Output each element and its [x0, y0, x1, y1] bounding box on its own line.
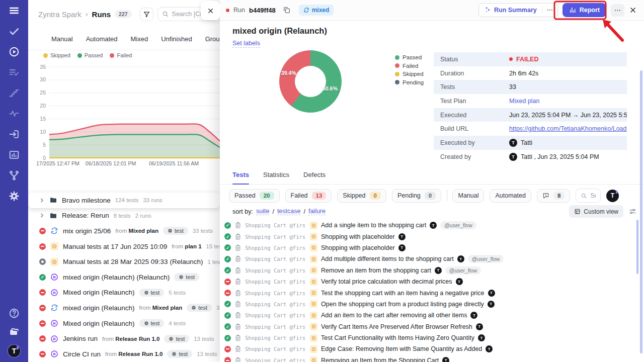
- custom-view-button[interactable]: Custom view: [569, 205, 623, 218]
- run-row[interactable]: Manual tests at 17 Jun 2025 10:09 from p…: [28, 239, 220, 254]
- testcase-icon: [234, 357, 242, 362]
- run-source: from Mixed plan: [115, 228, 158, 234]
- tab-statistics[interactable]: Statistics: [263, 171, 289, 184]
- run-group-row[interactable]: Bravo milestone 124 tests33 runs: [28, 193, 220, 208]
- assignee-avatar[interactable]: T: [606, 190, 619, 202]
- tab-tests[interactable]: Tests: [232, 171, 249, 184]
- test-row[interactable]: Shopping Cart @firs... Add a single item…: [220, 220, 644, 231]
- filter-automated-button[interactable]: Automated: [490, 189, 531, 203]
- sidebar-item-play-circle[interactable]: [8, 45, 21, 58]
- breadcrumb-section[interactable]: Runs: [92, 10, 111, 19]
- run-summary-button[interactable]: Run Summary: [478, 3, 558, 17]
- runs-tab-automated[interactable]: Automated: [86, 35, 118, 43]
- test-title: Add multiple different items to the shop…: [321, 255, 454, 262]
- drawer-scrollbar[interactable]: [640, 70, 642, 353]
- sidebar-item-report-box[interactable]: [8, 148, 21, 161]
- test-plan-link[interactable]: Mixed plan: [509, 98, 539, 105]
- status-failed-icon: [39, 289, 46, 296]
- svg-text:20: 20: [40, 103, 46, 109]
- test-row[interactable]: Shopping Cart @firs... Test the shopping…: [220, 287, 644, 298]
- test-row[interactable]: Shopping Cart @firs... Open the shopping…: [220, 299, 644, 310]
- chevron-right-icon[interactable]: [39, 198, 45, 203]
- test-row[interactable]: Shopping Cart @firs... Shopping with pla…: [220, 231, 644, 242]
- test-row[interactable]: Shopping Cart @firs... Removing an Item …: [220, 355, 644, 362]
- test-row[interactable]: Shopping Cart @firs... Remove an item fr…: [220, 265, 644, 276]
- sidebar-item-branch[interactable]: [8, 169, 21, 182]
- more-actions-button[interactable]: [611, 4, 624, 17]
- sidebar-item-folders[interactable]: [8, 325, 21, 338]
- sort-by-suite-link[interactable]: suite: [256, 208, 269, 215]
- run-row[interactable]: R Circle CI run from Release Run 1.0 tes…: [28, 346, 220, 362]
- report-button[interactable]: Report: [562, 3, 606, 17]
- sidebar-item-gear[interactable]: [8, 190, 21, 203]
- tests-search-box[interactable]: [576, 189, 601, 203]
- comments-filter-button[interactable]: 8: [537, 189, 570, 203]
- sidebar-item-steps[interactable]: [8, 86, 21, 100]
- run-group-name: Bravo milestone: [62, 197, 111, 204]
- tests-search-input[interactable]: [590, 192, 596, 199]
- sidebar-item-check[interactable]: [8, 25, 21, 38]
- filter-manual-button[interactable]: Manual: [452, 189, 484, 203]
- filter-pending-button[interactable]: Pending0: [392, 189, 441, 203]
- run-meta: 124 tests: [115, 197, 139, 203]
- test-row[interactable]: Shopping Cart @firs... Verify total pric…: [220, 276, 644, 287]
- run-summary-more-button[interactable]: [542, 7, 557, 14]
- run-row[interactable]: R Jenkins run from Release Run 1.0 test …: [28, 331, 220, 346]
- status-passed-icon: [224, 301, 231, 307]
- user-avatar[interactable]: T: [7, 344, 21, 358]
- sidebar-item-sign-in[interactable]: [8, 128, 21, 141]
- sort-by-failure-link[interactable]: failure: [308, 208, 326, 215]
- build-url-link[interactable]: https://github.com/TetianaKhomenko/Load-…: [509, 125, 627, 132]
- test-row[interactable]: Shopping Cart @firs... Edge Case: Removi…: [220, 343, 644, 354]
- sparkles-icon: [484, 7, 491, 14]
- sidebar-item-menu[interactable]: [8, 4, 21, 17]
- test-suite: Shopping Cart @firs...: [245, 346, 306, 352]
- drawer-close-button[interactable]: [629, 6, 637, 14]
- run-group-row[interactable]: Release: Rerun 8 tests2 runs: [28, 208, 220, 224]
- filter-skipped-button[interactable]: Skipped0: [337, 189, 386, 203]
- cycle-icon: [303, 7, 309, 13]
- status-aborted-icon: [39, 258, 46, 265]
- run-row[interactable]: R Mixed origin (Relaunch) test 5 tests: [28, 285, 220, 301]
- sliders-icon[interactable]: [628, 207, 637, 216]
- donut-passed-label: 60.6%: [323, 85, 338, 92]
- tests-scrollbar[interactable]: [636, 220, 638, 274]
- status-passed-icon: [224, 233, 231, 240]
- drawer-close-tab-button[interactable]: [201, 1, 220, 20]
- testcase-icon: [234, 267, 242, 274]
- breadcrumb-separator: ›: [86, 10, 88, 18]
- sort-by-testcase-link[interactable]: testcase: [277, 208, 301, 215]
- copy-icon[interactable]: [283, 6, 291, 14]
- filter-funnel-button[interactable]: [140, 8, 153, 21]
- sidebar-item-help-circle[interactable]: [8, 307, 21, 320]
- breadcrumb-project[interactable]: Zyntra Spark: [38, 10, 82, 19]
- test-row[interactable]: Shopping Cart @firs... Shopping with pla…: [220, 242, 644, 253]
- testcase-icon: [234, 301, 242, 308]
- app-sidebar: T: [0, 0, 28, 362]
- run-row[interactable]: R mixed origin (Relaunch) (Relaunch) tes…: [28, 269, 220, 285]
- tab-defects[interactable]: Defects: [303, 171, 326, 184]
- run-row[interactable]: Manual tests at 28 Mar 2025 09:33 (Relau…: [28, 254, 220, 269]
- svg-text:0: 0: [43, 155, 46, 161]
- test-row[interactable]: Shopping Cart @firs... Add an item to th…: [220, 310, 644, 321]
- set-labels-link[interactable]: Set labels: [232, 40, 260, 48]
- run-row[interactable]: mix origin 25/06 from Mixed plan test 33…: [28, 223, 220, 239]
- sidebar-item-activity[interactable]: [8, 107, 21, 120]
- filter-failed-button[interactable]: Failed13: [285, 189, 332, 203]
- avatar: T: [442, 357, 449, 362]
- filter-passed-button[interactable]: Passed20: [229, 189, 280, 203]
- sidebar-item-list-check[interactable]: [8, 66, 21, 79]
- runs-tab-unfinished[interactable]: Unfinished: [161, 35, 192, 43]
- run-row[interactable]: R Mixed origin (Relaunch) test 4 tests: [28, 316, 220, 331]
- test-title: Verify total price calculation with deci…: [321, 278, 452, 285]
- chevron-right-icon[interactable]: [39, 213, 45, 218]
- automation-burst-icon: [310, 278, 317, 286]
- runs-tab-mixed[interactable]: Mixed: [131, 35, 148, 43]
- test-row[interactable]: Shopping Cart @firs... Verify Cart Items…: [220, 321, 644, 332]
- run-row[interactable]: mixed origin (Relaunch) from Mixed plan …: [28, 300, 220, 316]
- test-row[interactable]: Shopping Cart @firs... Add multiple diff…: [220, 253, 644, 264]
- test-row[interactable]: Shopping Cart @firs... Test Cart Functio…: [220, 332, 644, 343]
- donut-failed-label: 39.4%: [281, 70, 296, 76]
- detail-label: Status: [440, 56, 509, 63]
- runs-tab-manual[interactable]: Manual: [51, 35, 73, 43]
